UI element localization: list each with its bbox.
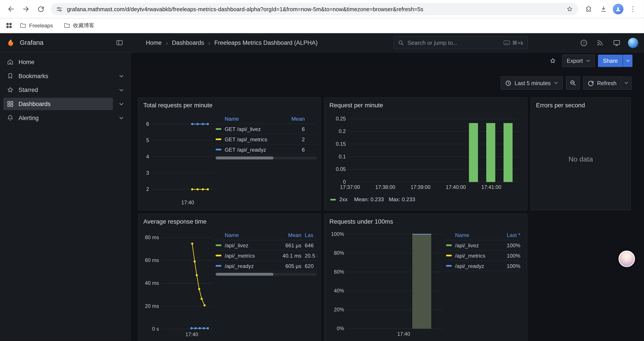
svg-text:40 ms: 40 ms	[145, 280, 159, 286]
legend-col-mean[interactable]: Mean	[282, 116, 305, 122]
downloads-icon[interactable]	[596, 2, 610, 16]
series-last: 100%	[497, 263, 520, 269]
share-dropdown-icon[interactable]	[623, 55, 632, 67]
forward-button[interactable]	[19, 2, 33, 16]
line-chart[interactable]: 6543217:40	[142, 110, 216, 205]
breadcrumb-home[interactable]: Home	[146, 40, 162, 46]
panel-title[interactable]: Requests under 100ms	[324, 214, 527, 226]
svg-text:0.15: 0.15	[336, 141, 346, 147]
user-avatar[interactable]	[627, 37, 639, 49]
dock-menu-icon[interactable]	[114, 37, 125, 48]
legend-col-last[interactable]: Last *	[497, 232, 520, 238]
sidebar-item-label: Dashboards	[18, 101, 50, 107]
reload-button[interactable]	[34, 2, 48, 16]
sidebar-item-label: Starred	[18, 87, 38, 93]
help-icon[interactable]: ?	[577, 37, 590, 49]
legend-col-last[interactable]: Las	[302, 232, 317, 238]
favorite-star-button[interactable]	[547, 56, 559, 65]
sidebar-item-home[interactable]: Home	[0, 55, 130, 69]
sidebar-item-starred[interactable]: Starred	[0, 83, 130, 97]
time-range-picker[interactable]: Last 5 minutes	[501, 76, 563, 90]
breadcrumb-dashboards[interactable]: Dashboards	[172, 40, 204, 46]
panel-title[interactable]: Total requests per minute	[138, 98, 320, 110]
panel-title[interactable]: Request per minute	[324, 98, 527, 110]
refresh-button[interactable]: Refresh	[583, 76, 621, 90]
news-rss-icon[interactable]	[594, 37, 606, 49]
chevron-down-icon[interactable]	[116, 88, 126, 91]
export-button[interactable]: Export	[562, 55, 595, 67]
dashboard-canvas: Export Share Last 5 minutes	[131, 53, 644, 340]
chevron-down-icon[interactable]	[116, 75, 126, 78]
series-last: 620	[302, 263, 317, 269]
share-button[interactable]: Share	[598, 55, 622, 67]
scrollbar-thumb[interactable]	[216, 273, 274, 276]
legend-col-name[interactable]: Name	[216, 116, 282, 122]
search-input[interactable]: Search or jump to... ⌘+k	[394, 36, 528, 49]
legend-col-name[interactable]: Name	[446, 232, 497, 238]
bookmark-folder-freeleaps[interactable]: Freeleaps	[16, 21, 56, 30]
panel-title[interactable]: Average response time	[138, 214, 320, 226]
grafana-app: Grafana Home › Dashboards › Freeleaps Me…	[0, 33, 644, 340]
series-name[interactable]: GET /api/_livez	[225, 126, 282, 132]
sidebar-item-alerting[interactable]: Alerting	[0, 111, 130, 125]
back-button[interactable]	[4, 2, 18, 16]
share-split-button: Share	[598, 55, 632, 67]
legend-scrollbar[interactable]	[216, 273, 317, 276]
chevron-down-icon[interactable]	[116, 117, 126, 119]
panel-title[interactable]: Errors per second	[531, 98, 630, 110]
series-swatch	[216, 255, 222, 256]
svg-text:0.2: 0.2	[339, 128, 346, 134]
refresh-interval-dropdown[interactable]	[621, 76, 632, 90]
profile-avatar[interactable]	[611, 2, 625, 16]
sidebar-item-label: Home	[18, 59, 34, 65]
extensions-icon[interactable]	[582, 2, 596, 16]
browser-window: grafana.mathmast.com/d/deytv4rwavabkb/fr…	[0, 0, 644, 341]
series-name[interactable]: GET /api/_readyz	[225, 146, 282, 153]
chrome-menu-icon[interactable]: ⋮	[626, 2, 640, 16]
svg-text:60 ms: 60 ms	[145, 257, 159, 263]
panel-errors-per-second: Errors per second No data	[531, 97, 631, 210]
series-name[interactable]: /api/_readyz	[455, 263, 497, 269]
bookmark-star-icon[interactable]	[566, 5, 574, 13]
zoom-out-button[interactable]	[566, 76, 580, 90]
sidebar-item-dashboards[interactable]: Dashboards	[0, 97, 130, 111]
bar-chart[interactable]: 0.250.20.150.10.05017:37:0017:38:0017:39…	[328, 110, 524, 194]
monitor-icon[interactable]	[610, 37, 622, 49]
back-icon	[7, 5, 15, 13]
scrollbar-thumb[interactable]	[216, 156, 274, 159]
legend-col-mean[interactable]: Mean	[278, 232, 302, 238]
sidebar-item-label: Bookmarks	[18, 73, 48, 79]
apps-grid-icon[interactable]	[6, 22, 12, 29]
svg-text:3: 3	[146, 170, 149, 176]
legend-scrollbar[interactable]	[216, 156, 317, 159]
star-icon	[6, 86, 14, 94]
series-name[interactable]: /api/_readyz	[225, 263, 278, 269]
series-mean: 6	[282, 146, 305, 153]
bookmark-folder-blog[interactable]: 收藏博客	[60, 21, 98, 31]
profile-avatar-icon	[613, 4, 624, 15]
sidebar-item-bookmarks[interactable]: Bookmarks	[0, 69, 130, 83]
svg-text:20%: 20%	[334, 307, 344, 312]
legend-table: Name Last * /api/_livez 100% /api/_metri…	[446, 226, 524, 341]
dashboard-controls: Export Share	[547, 55, 632, 67]
series-name[interactable]: /api/_livez	[225, 242, 278, 248]
series-name[interactable]: GET /api/_metrics	[225, 136, 282, 142]
bar-chart[interactable]: 100%80%60%40%20%0%17:40	[328, 226, 446, 341]
chevron-down-icon[interactable]	[116, 103, 126, 105]
svg-text:17:41:00: 17:41:00	[481, 184, 501, 190]
series-name[interactable]: 2xx	[339, 196, 348, 203]
series-name[interactable]: /api/_livez	[455, 242, 497, 248]
grafana-logo-icon[interactable]	[6, 38, 16, 48]
svg-text:80%: 80%	[334, 250, 344, 256]
series-name[interactable]: /api/_metrics	[225, 253, 278, 259]
search-icon	[398, 40, 404, 46]
legend-col-name[interactable]: Name	[216, 232, 278, 238]
browser-toolbar: grafana.mathmast.com/d/deytv4rwavabkb/fr…	[0, 0, 644, 18]
svg-text:80 ms: 80 ms	[145, 235, 159, 240]
site-info-icon[interactable]	[56, 6, 63, 13]
line-chart[interactable]: 80 ms60 ms40 ms20 ms0 s17:40	[142, 226, 216, 341]
url-bar[interactable]: grafana.mathmast.com/d/deytv4rwavabkb/fr…	[51, 3, 578, 15]
series-name[interactable]: /api/_metrics	[455, 253, 497, 259]
assistant-avatar-button[interactable]	[618, 251, 635, 267]
svg-text:60%: 60%	[334, 269, 344, 275]
